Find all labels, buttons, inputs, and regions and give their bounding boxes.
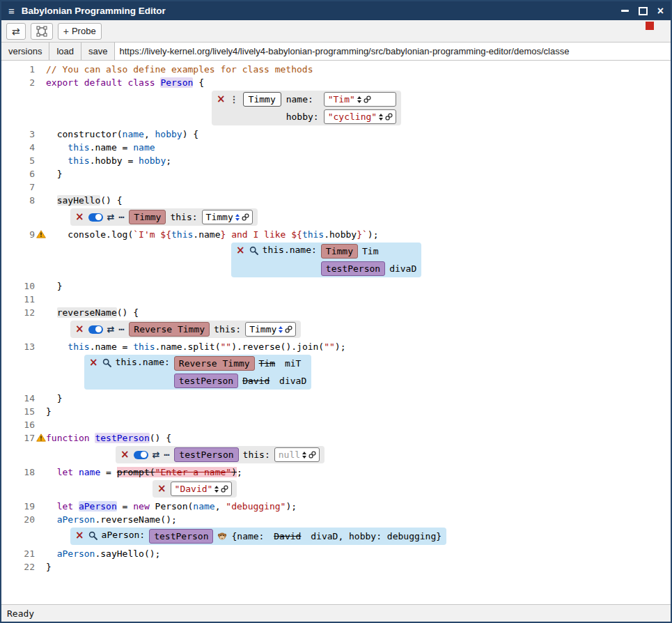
gutter-cell: 12 <box>1 306 46 319</box>
gutter-cell: 8 <box>1 194 46 207</box>
drag-handle-icon[interactable]: ⋮ <box>230 94 239 105</box>
code-line[interactable]: 12 reverseName() { <box>1 306 671 319</box>
code-line[interactable]: 19 let aPerson = new Person(name, "debug… <box>1 500 671 513</box>
code-token: "" <box>220 341 231 352</box>
code-line[interactable]: 1// You can also define examples for cla… <box>1 63 671 76</box>
value-field[interactable]: "cycling" <box>324 109 396 124</box>
code-token: () { <box>100 195 122 206</box>
widget-row: ×"David" <box>1 480 671 498</box>
add-probe-button[interactable]: +Probe <box>58 23 102 40</box>
toggle-on-icon[interactable] <box>88 325 103 334</box>
more-options-icon[interactable]: ⋯ <box>118 324 125 334</box>
example-badge[interactable]: Reverse Timmy <box>129 322 210 337</box>
gutter-cell <box>1 91 46 125</box>
switch-example-icon[interactable]: ⇄ <box>153 449 160 460</box>
code-line[interactable]: 9 console.log(`I'm ${this.name} and I li… <box>1 228 671 241</box>
swap-button[interactable]: ⇄ <box>6 23 26 40</box>
close-icon[interactable]: × <box>89 357 98 368</box>
save-button[interactable]: save <box>81 43 115 60</box>
code-line[interactable]: 17function testPerson() { <box>1 431 671 445</box>
value-field[interactable]: "David" <box>171 482 233 496</box>
load-button[interactable]: load <box>49 43 81 60</box>
link-icon[interactable] <box>364 95 371 103</box>
minimize-button[interactable] <box>621 10 629 12</box>
close-window-button[interactable]: × <box>657 6 664 17</box>
widget-slot: ×⇄⋯Reverse Timmythis:Timmy <box>46 321 301 338</box>
link-icon[interactable] <box>308 451 316 459</box>
app-window: ≡ Babylonian Programming Editor × ⇄ +Pro… <box>0 0 672 623</box>
probe-value: David <box>274 531 301 541</box>
stepper-icon[interactable] <box>214 486 219 493</box>
close-icon[interactable]: × <box>217 94 226 105</box>
code-line[interactable]: 20 aPerson.reverseName(); <box>1 513 671 526</box>
versions-button[interactable]: versions <box>1 43 49 60</box>
gutter-cell: 1 <box>1 63 46 76</box>
code-line[interactable]: 6 } <box>1 167 671 180</box>
probe-value: {name: <box>231 531 269 541</box>
menu-icon[interactable]: ≡ <box>8 5 15 17</box>
code-line[interactable]: 14 } <box>1 392 671 405</box>
switch-example-icon[interactable]: ⇄ <box>107 324 115 334</box>
code-line[interactable]: 21 aPerson.sayHello(); <box>1 547 671 560</box>
gutter-cell: 20 <box>1 513 46 526</box>
link-icon[interactable] <box>385 113 393 121</box>
close-icon[interactable]: × <box>75 324 84 334</box>
stepper-icon[interactable] <box>279 326 283 333</box>
more-options-icon[interactable]: ⋯ <box>164 449 170 460</box>
magnifier-icon <box>88 531 97 540</box>
code-line[interactable]: 4 this.name = name <box>1 141 671 154</box>
code-editor[interactable]: 1// You can also define examples for cla… <box>1 61 671 604</box>
switch-example-icon[interactable]: ⇄ <box>107 212 115 222</box>
link-icon[interactable] <box>285 325 292 333</box>
value-field[interactable]: Timmy <box>245 322 296 337</box>
value-field[interactable]: "Tim" <box>324 92 396 107</box>
code-line[interactable]: 2export default class Person { <box>1 76 671 89</box>
example-value-widget: ×"David" <box>153 480 237 498</box>
stepper-icon[interactable] <box>357 96 361 103</box>
stepper-icon[interactable] <box>235 214 240 221</box>
line-number: 1 <box>29 64 35 75</box>
select-region-button[interactable] <box>31 23 53 40</box>
link-icon[interactable] <box>221 485 228 493</box>
code-token: hobby <box>155 129 182 139</box>
code-line[interactable]: 10 } <box>1 279 671 293</box>
toggle-on-icon[interactable] <box>134 451 148 459</box>
code-line[interactable]: 16 <box>1 418 671 431</box>
code-token <box>46 467 57 477</box>
code-line[interactable]: 15} <box>1 405 671 418</box>
widget-row: ×⇄⋯Reverse Timmythis:Timmy <box>1 321 671 338</box>
code-line[interactable]: 8 sayHello() { <box>1 194 671 207</box>
close-icon[interactable]: × <box>157 484 166 494</box>
gutter-cell: 17 <box>1 431 46 445</box>
stepper-icon[interactable] <box>302 452 306 459</box>
close-icon[interactable]: × <box>75 212 84 222</box>
value-field[interactable]: Timmy <box>202 210 253 224</box>
maximize-button[interactable] <box>639 7 648 15</box>
code-line[interactable]: 22} <box>1 560 671 574</box>
code-line[interactable]: 18 let name = prompt("Enter a name"); <box>1 466 671 479</box>
more-options-icon[interactable]: ⋯ <box>118 212 125 222</box>
gutter-cell: 15 <box>1 405 46 418</box>
field-value: Timmy <box>249 324 276 334</box>
code-line[interactable]: 11 <box>1 293 671 306</box>
code-text: this.name = name <box>46 141 155 154</box>
stepper-icon[interactable] <box>379 114 383 121</box>
code-text: } <box>46 279 62 293</box>
close-icon[interactable]: × <box>75 530 84 541</box>
url-field[interactable]: https://lively-kernel.org/lively4/lively… <box>115 43 671 60</box>
line-number: 17 <box>24 433 35 443</box>
probe-expression-label: this.name: <box>263 245 317 255</box>
value-field[interactable]: null <box>274 447 320 462</box>
code-token: , <box>215 501 226 512</box>
toggle-on-icon[interactable] <box>88 213 103 222</box>
code-line[interactable]: 13 this.name = this.name.split("").rever… <box>1 340 671 353</box>
code-line[interactable]: 5 this.hobby = hobby; <box>1 154 671 167</box>
code-line[interactable]: 3 constructor(name, hobby) { <box>1 128 671 141</box>
code-line[interactable]: 7 <box>1 180 671 194</box>
example-name-button[interactable]: Timmy <box>243 92 281 107</box>
example-badge[interactable]: testPerson <box>174 447 238 462</box>
close-icon[interactable]: × <box>236 245 245 256</box>
link-icon[interactable] <box>242 213 249 221</box>
example-badge[interactable]: Timmy <box>129 210 166 224</box>
close-icon[interactable]: × <box>120 449 130 460</box>
